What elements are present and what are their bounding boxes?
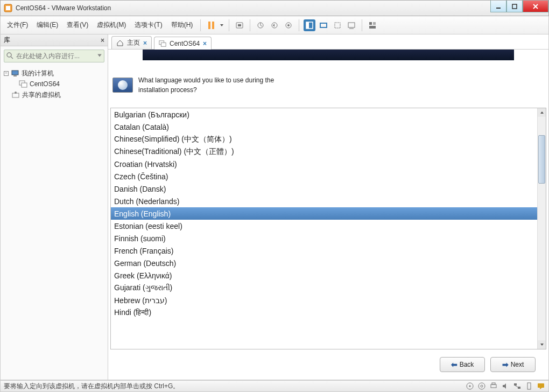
unity-icon[interactable] [318, 19, 329, 31]
sidebar-title: 库 [4, 36, 10, 45]
console-icon[interactable] [346, 19, 357, 31]
svg-point-32 [469, 386, 471, 387]
content-area: 主页 × CentOS64 × What language would you … [108, 34, 548, 380]
snapshot-revert-icon[interactable] [269, 19, 280, 31]
tab-bar: 主页 × CentOS64 × [108, 34, 548, 50]
status-tray [466, 382, 545, 390]
svg-rect-1 [6, 6, 10, 10]
arrow-right-icon: ➡ [502, 360, 509, 369]
language-item[interactable]: Hindi (हिन्दी) [111, 306, 537, 319]
menu-file[interactable]: 文件(F) [4, 18, 31, 32]
statusbar: 要将输入定向到该虚拟机，请在虚拟机内部单击或按 Ctrl+G。 [0, 380, 549, 392]
tree-label: CentOS64 [30, 80, 60, 88]
tree-node-my-computer[interactable]: − 我的计算机 [4, 68, 104, 79]
svg-rect-14 [320, 23, 327, 27]
svg-rect-37 [514, 383, 517, 386]
toolbar-separator [200, 19, 201, 31]
usb-icon[interactable] [525, 382, 533, 390]
language-item[interactable]: French (Français) [111, 244, 537, 257]
main-area: 库 × − 我的计算机 CentOS64 共享的虚拟机 [0, 34, 549, 380]
toolbar-separator [229, 19, 229, 31]
svg-rect-15 [335, 23, 340, 28]
svg-rect-23 [12, 71, 18, 75]
minimize-button[interactable] [490, 1, 506, 12]
send-ctrl-alt-del-icon[interactable] [234, 19, 245, 31]
app-icon [4, 4, 12, 12]
language-item[interactable]: Czech (Čeština) [111, 170, 537, 183]
tab-close-icon[interactable]: × [143, 39, 147, 47]
menu-edit[interactable]: 编辑(E) [33, 18, 61, 32]
menu-view[interactable]: 查看(V) [64, 18, 92, 32]
flag-icon [112, 78, 133, 93]
language-item[interactable]: Finnish (suomi) [111, 232, 537, 244]
scrollbar[interactable] [537, 108, 546, 349]
sound-icon[interactable] [501, 382, 510, 390]
language-item[interactable]: German (Deutsch) [111, 257, 537, 269]
window-title: CentOS64 - VMware Workstation [16, 4, 490, 12]
language-item[interactable]: Gujarati (ગુજરાતી) [111, 282, 537, 294]
language-item[interactable]: Chinese(Traditional) (中文（正體）) [111, 145, 537, 158]
sidebar-header: 库 × [1, 34, 108, 46]
svg-point-33 [478, 383, 485, 389]
close-button[interactable] [523, 1, 548, 12]
svg-rect-30 [161, 43, 166, 46]
language-item[interactable]: English (English) [111, 207, 537, 220]
vm-display[interactable]: What language would you like to use duri… [108, 50, 548, 380]
svg-rect-7 [238, 24, 241, 26]
fullscreen-icon[interactable] [304, 19, 315, 31]
language-item[interactable]: Catalan (Català) [111, 121, 537, 133]
language-item[interactable]: Greek (Ελληνικά) [111, 269, 537, 282]
power-dropdown[interactable] [219, 19, 224, 31]
thumbnail-icon[interactable] [367, 19, 378, 31]
search-dropdown-icon[interactable] [97, 53, 102, 58]
tab-home[interactable]: 主页 × [111, 36, 152, 49]
language-item[interactable]: Hebrew (עברית) [111, 294, 537, 306]
language-item[interactable]: Estonian (eesti keel) [111, 220, 537, 232]
language-header: What language would you like to use duri… [110, 75, 548, 95]
snapshot-take-icon[interactable] [255, 19, 266, 31]
toolbar-separator [362, 19, 362, 31]
message-icon[interactable] [537, 382, 545, 390]
language-item[interactable]: Danish (Dansk) [111, 183, 537, 195]
menu-tabs[interactable]: 选项卡(T) [131, 18, 165, 32]
pause-button[interactable] [205, 19, 217, 31]
network-icon[interactable] [513, 382, 522, 390]
stretch-icon[interactable] [332, 19, 343, 31]
tree-label: 我的计算机 [22, 69, 54, 78]
scroll-up-icon[interactable] [538, 108, 546, 117]
snapshot-manager-icon[interactable] [283, 19, 294, 31]
search-icon [6, 52, 13, 59]
language-item[interactable]: Bulgarian (Български) [111, 108, 537, 121]
window-titlebar: CentOS64 - VMware Workstation [0, 0, 549, 16]
nav-buttons: ⬅Back ➡Next [108, 349, 548, 380]
tree-node-centos[interactable]: CentOS64 [4, 79, 104, 89]
svg-rect-41 [538, 383, 544, 388]
menu-vm[interactable]: 虚拟机(M) [94, 18, 129, 32]
tree-node-shared[interactable]: 共享的虚拟机 [4, 89, 104, 100]
sidebar-close-icon[interactable]: × [101, 37, 104, 44]
language-list[interactable]: Bulgarian (Български)Catalan (Català)Chi… [111, 108, 537, 349]
svg-rect-26 [22, 83, 27, 87]
vm-tab-icon [159, 40, 166, 47]
svg-rect-38 [518, 387, 520, 389]
printer-icon[interactable] [489, 382, 498, 390]
tab-centos[interactable]: CentOS64 × [154, 37, 212, 50]
scroll-thumb[interactable] [538, 135, 545, 184]
search-input[interactable] [4, 50, 104, 62]
tab-close-icon[interactable]: × [203, 40, 207, 47]
language-item[interactable]: Chinese(Simplified) (中文（简体）) [111, 133, 537, 145]
language-item[interactable]: Dutch (Nederlands) [111, 195, 537, 207]
computer-icon [11, 69, 19, 78]
back-button[interactable]: ⬅Back [440, 357, 485, 372]
language-item[interactable]: Croatian (Hrvatski) [111, 158, 537, 170]
maximize-button[interactable] [506, 1, 523, 12]
scroll-down-icon[interactable] [538, 340, 546, 349]
svg-rect-16 [348, 23, 355, 27]
tab-label: 主页 [127, 38, 140, 47]
cd-icon[interactable] [477, 382, 486, 390]
expander-icon[interactable]: − [4, 71, 9, 76]
shared-icon [11, 90, 20, 99]
menu-help[interactable]: 帮助(H) [168, 18, 196, 32]
next-button[interactable]: ➡Next [490, 357, 536, 372]
disk-icon[interactable] [466, 382, 474, 390]
